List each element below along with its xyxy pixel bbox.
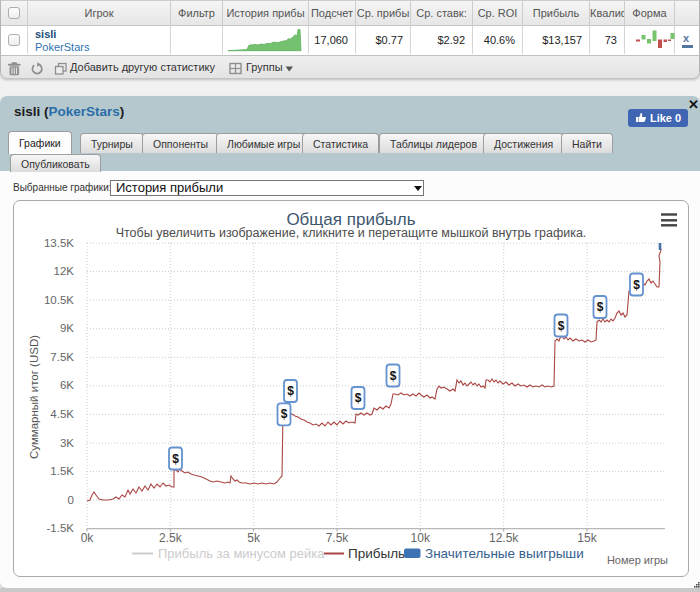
svg-text:0k: 0k	[81, 531, 95, 545]
svg-text:Суммарный итог (USD): Суммарный итог (USD)	[28, 335, 40, 459]
svg-text:$: $	[355, 391, 362, 405]
svg-text:10k: 10k	[411, 531, 431, 545]
svg-text:3K: 3K	[60, 437, 74, 449]
svg-text:-1.5K: -1.5K	[47, 522, 75, 534]
svg-text:$: $	[281, 407, 288, 421]
svg-text:5k: 5k	[247, 531, 261, 545]
svg-text:$: $	[633, 278, 640, 292]
svg-text:Прибыль за минусом рейка: Прибыль за минусом рейка	[158, 546, 325, 561]
svg-text:2.5k: 2.5k	[159, 531, 183, 545]
svg-text:$: $	[287, 384, 294, 398]
svg-text:Чтобы увеличить изображение, к: Чтобы увеличить изображение, кликните и …	[116, 226, 587, 240]
svg-text:7.5k: 7.5k	[326, 531, 350, 545]
svg-text:7.5K: 7.5K	[50, 351, 74, 363]
svg-text:0: 0	[68, 494, 74, 506]
svg-text:12K: 12K	[54, 265, 75, 277]
svg-text:$: $	[390, 369, 397, 383]
svg-text:4.5K: 4.5K	[50, 408, 74, 420]
svg-text:6K: 6K	[60, 379, 74, 391]
svg-text:$: $	[597, 300, 604, 314]
svg-text:1.5K: 1.5K	[50, 465, 74, 477]
svg-text:Номер игры: Номер игры	[607, 554, 668, 566]
svg-text:$: $	[558, 319, 565, 333]
svg-text:Прибыль: Прибыль	[348, 546, 405, 561]
svg-text:13.5K: 13.5K	[44, 237, 74, 249]
svg-text:12.5k: 12.5k	[489, 531, 519, 545]
svg-text:$: $	[172, 452, 179, 466]
svg-text:15k: 15k	[577, 531, 597, 545]
svg-text:10.5K: 10.5K	[44, 294, 74, 306]
svg-text:9K: 9K	[60, 322, 74, 334]
svg-text:Значительные выигрыши: Значительные выигрыши	[425, 546, 584, 561]
